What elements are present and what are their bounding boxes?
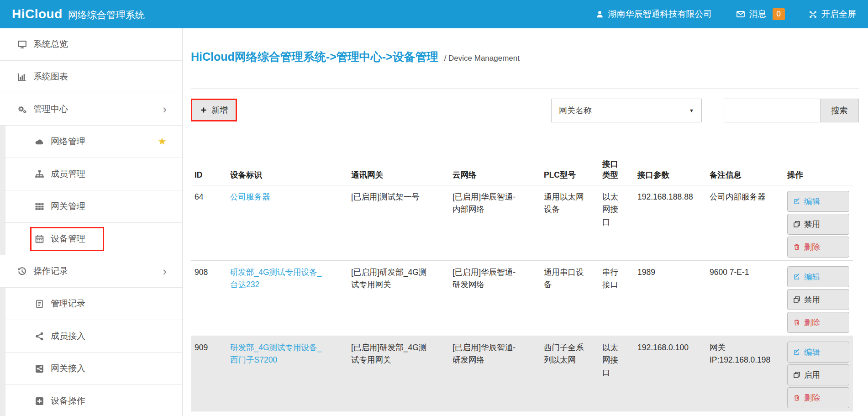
main-content: HiCloud网络综合管理系统->管理中心->设备管理 / Device Man… [183, 28, 868, 416]
table-row: 9712016湖南物联网峰会演示箱[已启用]2016湖南物联网峰会[已启用]华辰… [191, 411, 853, 416]
toggle-enable-button[interactable]: 禁用 [787, 214, 849, 235]
cell-remark: 网关 IP:192.168.0.198 [706, 336, 784, 411]
device-link[interactable]: 公司服务器 [230, 191, 326, 203]
sidebar-item-label: 网关管理 [51, 200, 85, 212]
column-header-plc: PLC型号 [540, 156, 599, 185]
add-button-label: 新增 [211, 105, 228, 116]
cell-plc: 西门子全系列以太网 [540, 336, 599, 411]
clone-icon [793, 296, 800, 303]
cell-iface_type: 以太网接口 [599, 185, 634, 261]
column-header-device: 设备标识 [226, 156, 347, 185]
cell-gateway: [已启用]研发部_4G测试专用网关 [347, 336, 449, 411]
cell-gateway: [已启用]2016湖南物联网峰会 [347, 411, 449, 416]
cell-iface_param: 192.168.188.88 [634, 185, 706, 261]
sidebar-item-system-charts[interactable]: 系统图表 [0, 61, 182, 93]
breadcrumb-subtitle: / Device Management [444, 54, 520, 63]
cell-iface_param: 1989 [634, 261, 706, 336]
grid-icon [34, 202, 45, 211]
sidebar-item-member-management[interactable]: 成员管理 [0, 158, 182, 190]
edit-icon [793, 273, 800, 280]
desktop-icon [16, 40, 27, 49]
table-row: 909研发部_4G测试专用设备_西门子S7200[已启用]研发部_4G测试专用网… [191, 336, 853, 411]
plus-icon [200, 106, 207, 114]
cell-iface_type: 以太网接口 [599, 336, 634, 411]
sitemap-icon [34, 169, 45, 179]
cell-id: 908 [191, 261, 226, 336]
trash-icon [793, 394, 800, 401]
add-button[interactable]: 新增 [191, 99, 237, 121]
sidebar-item-label: 管理中心 [33, 103, 68, 115]
app-subtitle: 网络综合管理系统 [68, 9, 145, 21]
filter-select[interactable]: 网关名称 ▼ [551, 99, 702, 122]
cell-device: 2016湖南物联网峰会演示箱 [226, 411, 347, 416]
sidebar-item-label: 网络管理 [51, 136, 85, 147]
cell-gateway: [已启用]测试架一号 [347, 185, 449, 261]
company-name: 湖南华辰智通科技有限公司 [608, 8, 712, 20]
edit-button[interactable]: 编辑 [787, 191, 849, 212]
sidebar-item-device-management[interactable]: 设备管理 [0, 223, 182, 255]
sidebar-item-label: 网关接入 [51, 363, 85, 374]
sidebar: 系统总览系统图表管理中心›网络管理★成员管理网关管理设备管理操作记录›管理记录成… [0, 28, 183, 416]
trash-icon [793, 319, 800, 326]
top-bar: HiCloud 网络综合管理系统 湖南华辰智通科技有限公司 消息 0 开启全屏 [0, 0, 868, 28]
chevron-right-icon: › [163, 103, 167, 115]
share-square-icon [34, 364, 45, 374]
trash-icon [793, 243, 800, 251]
sidebar-item-management-records[interactable]: 管理记录 [0, 288, 182, 320]
cell-id: 971 [191, 411, 226, 416]
sidebar-item-system-overview[interactable]: 系统总览 [0, 28, 182, 61]
filter-select-value: 网关名称 [559, 105, 592, 116]
cell-remark: 中国电信2016湖南物联网峰会 [706, 411, 784, 416]
fullscreen-toggle[interactable]: 开启全屏 [809, 8, 856, 20]
app-logo: HiCloud [12, 7, 63, 21]
sidebar-item-member-access[interactable]: 成员接入 [0, 320, 182, 353]
toolbar: 新增 网关名称 ▼ 搜索 [191, 99, 859, 122]
toggle-enable-button[interactable]: 禁用 [787, 289, 849, 310]
calendar-icon [34, 234, 45, 244]
cell-device: 研发部_4G测试专用设备_台达232 [226, 261, 347, 336]
sidebar-item-gateway-access[interactable]: 网关接入 [0, 353, 182, 385]
cell-cloud: [已启用]华辰智通-研发网络 [449, 261, 540, 336]
sidebar-item-label: 系统总览 [33, 38, 68, 50]
column-header-remark: 备注信息 [706, 156, 784, 185]
breadcrumb-title: HiCloud网络综合管理系统->管理中心->设备管理 [191, 50, 438, 63]
sidebar-item-operation-records[interactable]: 操作记录› [0, 255, 182, 288]
cell-actions: 编辑禁用删除 [784, 261, 853, 336]
delete-button[interactable]: 删除 [787, 312, 849, 333]
delete-button[interactable]: 删除 [787, 387, 849, 408]
column-header-id: ID [191, 156, 226, 185]
fullscreen-label: 开启全屏 [821, 8, 856, 20]
sidebar-item-label: 成员接入 [51, 330, 85, 342]
table-header-row: ID设备标识通讯网关云网络PLC型号接口类型接口参数备注信息操作 [191, 156, 853, 185]
envelope-icon [736, 10, 745, 19]
brand: HiCloud 网络综合管理系统 [12, 7, 145, 21]
edit-button[interactable]: 编辑 [787, 342, 849, 363]
messages-label: 消息 [749, 8, 767, 20]
column-header-iface_type: 接口类型 [599, 156, 634, 185]
caret-down-icon: ▼ [689, 108, 694, 113]
edit-icon [793, 348, 800, 356]
column-header-gateway: 通讯网关 [347, 156, 449, 185]
table-row: 64公司服务器[已启用]测试架一号[已启用]华辰智通-内部网络通用以太网设备以太… [191, 185, 853, 261]
device-link[interactable]: 研发部_4G测试专用设备_台达232 [230, 266, 326, 291]
sidebar-item-management-center[interactable]: 管理中心› [0, 93, 182, 126]
edit-button[interactable]: 编辑 [787, 266, 849, 287]
history-icon [16, 267, 27, 276]
toggle-enable-button[interactable]: 启用 [787, 364, 849, 385]
messages-menu[interactable]: 消息 0 [736, 8, 785, 20]
device-link[interactable]: 研发部_4G测试专用设备_西门子S7200 [230, 342, 326, 366]
chart-icon [16, 72, 27, 82]
column-header-actions: 操作 [784, 156, 853, 185]
cell-id: 64 [191, 185, 226, 261]
search-input[interactable] [724, 99, 821, 122]
cell-gateway: [已启用]研发部_4G测试专用网关 [347, 261, 449, 336]
sidebar-item-gateway-management[interactable]: 网关管理 [0, 190, 182, 223]
account-menu[interactable]: 湖南华辰智通科技有限公司 [595, 8, 712, 20]
delete-button[interactable]: 删除 [787, 237, 849, 258]
breadcrumb: HiCloud网络综合管理系统->管理中心->设备管理 / Device Man… [191, 49, 859, 64]
sidebar-item-label: 管理记录 [51, 298, 85, 310]
search-button[interactable]: 搜索 [821, 99, 859, 122]
sidebar-item-device-operations[interactable]: 设备操作 [0, 385, 182, 416]
sidebar-item-network-management[interactable]: 网络管理★ [0, 126, 182, 158]
plus-square-icon [34, 396, 45, 406]
